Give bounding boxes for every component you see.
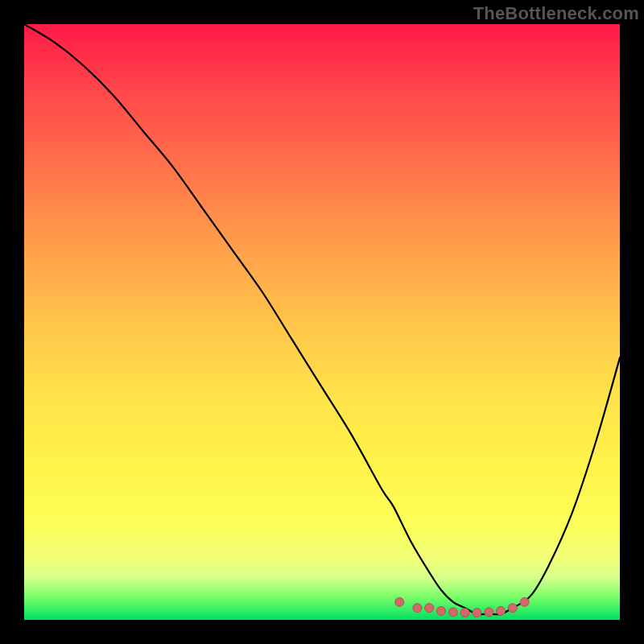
plateau-marker	[413, 604, 422, 613]
plateau-marker	[508, 604, 517, 613]
plateau-marker	[395, 597, 404, 606]
watermark-text: TheBottleneck.com	[473, 3, 639, 24]
plateau-marker	[473, 609, 481, 617]
plateau-marker	[448, 608, 457, 617]
plateau-marker	[437, 606, 446, 615]
plateau-marker	[425, 604, 434, 613]
bottleneck-curve-line	[24, 24, 620, 614]
chart-svg	[24, 24, 620, 620]
plateau-marker	[520, 597, 529, 606]
plateau-marker	[460, 609, 469, 617]
plateau-marker	[497, 606, 506, 615]
chart-plot-area	[24, 24, 620, 620]
plateau-marker	[485, 608, 493, 617]
